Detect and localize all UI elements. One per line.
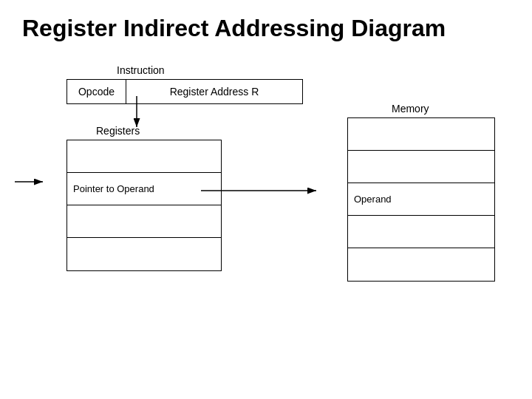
register-row-pointer: Pointer to Operand (67, 173, 221, 205)
memory-grid: Operand (347, 117, 495, 282)
memory-row-1 (348, 118, 494, 151)
register-row-1 (67, 140, 221, 173)
memory-label: Memory (392, 103, 495, 115)
register-address-box: Register Address R (126, 80, 302, 103)
page: Register Indirect Addressing Diagram Ins… (0, 0, 532, 399)
register-row-3 (67, 205, 221, 238)
memory-row-operand: Operand (348, 183, 494, 216)
register-row-4 (67, 238, 221, 270)
memory-row-5 (348, 248, 494, 281)
instruction-label: Instruction (117, 64, 510, 76)
instruction-row: Opcode Register Address R (66, 79, 303, 104)
memory-section: Memory Operand (347, 103, 495, 282)
memory-row-2 (348, 151, 494, 183)
memory-row-4 (348, 216, 494, 248)
registers-grid: Pointer to Operand (66, 140, 222, 271)
page-title: Register Indirect Addressing Diagram (22, 15, 510, 42)
opcode-box: Opcode (67, 80, 126, 103)
